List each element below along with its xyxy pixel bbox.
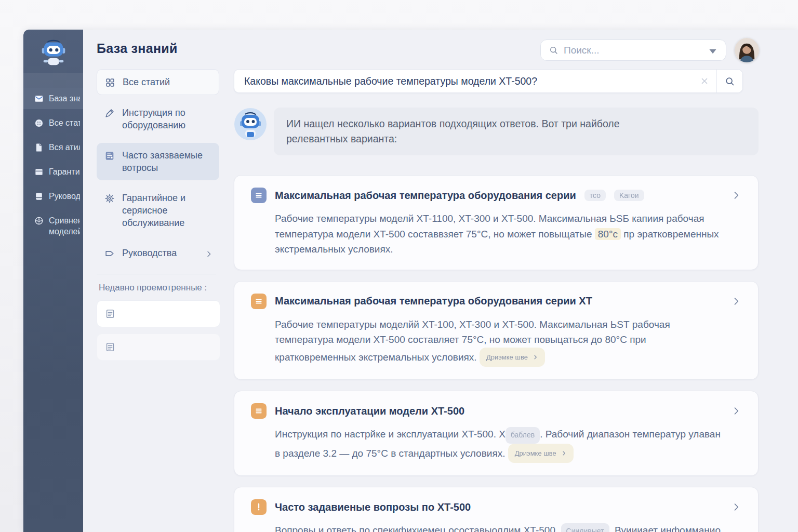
mail-icon bbox=[34, 94, 44, 104]
sidebar-item-label: Вся атиль bbox=[49, 142, 80, 153]
result-card-2[interactable]: Максимальная рабочая температура оборудо… bbox=[234, 281, 759, 380]
result-title: Максимальная рабочая температура оборудо… bbox=[275, 190, 576, 202]
ai-robot-avatar-icon bbox=[234, 108, 267, 141]
result-title: Часто задавиеные вопрозы по XT-500 bbox=[275, 501, 471, 513]
recent-item-0[interactable] bbox=[97, 300, 220, 327]
sidebar-item-3[interactable]: Гарантий bbox=[23, 161, 83, 182]
sidebar-item-label: Руководст bbox=[49, 191, 80, 202]
recent-list bbox=[83, 300, 234, 361]
card-icon bbox=[34, 167, 44, 177]
redacted-pill: баблев bbox=[506, 427, 540, 444]
sidebar-item-label: Сривнени моделей bbox=[49, 215, 80, 237]
ai-message-text: ИИ нащел несколько вариантов подходящих … bbox=[286, 116, 673, 147]
category-item-0[interactable]: Все статий bbox=[97, 69, 219, 95]
category-item-2[interactable]: Часто заязваемые вотросы bbox=[97, 143, 219, 180]
chevron-right-icon bbox=[561, 450, 567, 456]
sidebar-item-label: Гарантий bbox=[49, 166, 80, 177]
chevron-right-icon bbox=[205, 249, 213, 257]
grid-icon bbox=[104, 77, 116, 88]
recent-doc-icon bbox=[104, 341, 116, 353]
category-item-label: Руководства bbox=[122, 247, 177, 259]
clear-icon[interactable] bbox=[700, 76, 709, 86]
category-item-3[interactable]: Гарантийное и серяисное обслуживание bbox=[97, 185, 219, 235]
sidebar-item-label: Все стати bbox=[49, 117, 80, 128]
list-icon bbox=[251, 188, 267, 203]
sidebar-item-4[interactable]: Руководст bbox=[23, 185, 83, 207]
chevron-right-icon[interactable] bbox=[731, 502, 741, 512]
result-badge: Kaгои bbox=[614, 190, 644, 201]
app-window: База знанВсе статиВся атильГарантийРуков… bbox=[23, 30, 798, 532]
sidebar-nav: База знанВсе статиВся атильГарантийРуков… bbox=[23, 88, 83, 242]
sidebar-item-1[interactable]: Все стати bbox=[23, 112, 83, 134]
highlighted-temperature: 80°с bbox=[595, 228, 621, 240]
more-pill-button[interactable]: Дриэмке шве bbox=[508, 444, 574, 463]
divider bbox=[97, 274, 216, 274]
category-item-label: Все статий bbox=[123, 76, 170, 88]
page-title: База знаний bbox=[97, 41, 178, 56]
query-search-button[interactable] bbox=[716, 70, 742, 92]
sidebar-item-0[interactable]: База знан bbox=[23, 88, 83, 109]
recent-doc-icon bbox=[104, 308, 116, 320]
pen-icon bbox=[104, 108, 115, 119]
ai-answer-row: ИИ нащел несколько вариантов подходящих … bbox=[234, 108, 759, 155]
category-item-1[interactable]: Инструкция по оборудованию bbox=[97, 100, 219, 138]
search-icon bbox=[724, 76, 735, 87]
category-nav: Все статийИнструкция по оборудованиюЧаст… bbox=[83, 69, 234, 265]
book-icon bbox=[34, 191, 44, 202]
recent-heading: Недавно проемотренные : bbox=[99, 283, 220, 293]
sidebar-item-2[interactable]: Вся атиль bbox=[23, 137, 83, 158]
result-card-1[interactable]: Максимальная рабочая температура оборудо… bbox=[234, 175, 759, 270]
sidebar-top-band bbox=[23, 73, 83, 88]
file-icon bbox=[34, 142, 44, 153]
result-card-4[interactable]: Часто задавиеные вопрозы по XT-500 Вопро… bbox=[234, 487, 759, 532]
recent-item-1[interactable] bbox=[97, 334, 220, 361]
category-item-label: Гарантийное и серяисное обслуживание bbox=[122, 192, 213, 229]
gear-icon bbox=[104, 193, 115, 204]
list-icon bbox=[251, 403, 267, 419]
chevron-right-icon bbox=[533, 354, 538, 360]
primary-sidebar: База знанВсе статиВся атильГарантийРуков… bbox=[23, 30, 83, 532]
doc-icon bbox=[104, 150, 115, 162]
result-snippet: Рабочие температуры моделйй XT-100, XT-3… bbox=[275, 317, 725, 367]
result-badge: тсо bbox=[584, 190, 606, 201]
more-pill-button[interactable]: Дриэмке шве bbox=[480, 348, 545, 367]
result-snippet: Рабочие температуры моделй XT-1100, XT-3… bbox=[275, 211, 725, 257]
query-search-bar[interactable]: Каковы максимальные рабочие температуры … bbox=[234, 69, 743, 93]
chevron-right-icon[interactable] bbox=[731, 190, 741, 201]
chevron-right-icon[interactable] bbox=[731, 296, 741, 307]
result-card-3[interactable]: Начало эксплуатации модели XT-500 Инстру… bbox=[234, 391, 759, 476]
category-item-4[interactable]: Руководства bbox=[97, 241, 219, 265]
result-snippet: Инструкция по настрйке и эксплуатации XT… bbox=[275, 427, 725, 463]
chevron-right-icon[interactable] bbox=[731, 406, 741, 416]
result-title: Максимальная рабочая температура оборудо… bbox=[275, 295, 592, 307]
main-content: Каковы максимальные рабочие температуры … bbox=[234, 30, 759, 532]
list-icon bbox=[251, 294, 267, 309]
category-item-label: Инструкция по оборудованию bbox=[122, 107, 213, 131]
results-list: Максимальная рабочая температура оборудо… bbox=[234, 175, 759, 532]
result-title: Начало эксплуатации модели XT-500 bbox=[275, 405, 464, 417]
sidebar-item-5[interactable]: Сривнени моделей bbox=[23, 210, 83, 242]
tag-icon bbox=[104, 248, 115, 259]
redacted-pill: Сииливыет bbox=[561, 523, 609, 532]
exclamation-icon bbox=[251, 499, 267, 515]
ai-message-bubble: ИИ нащел несколько вариантов подходящих … bbox=[274, 108, 759, 155]
dots-circle-icon bbox=[34, 118, 44, 128]
result-snippet: Вопровы и ответь по спекифихиемец ососта… bbox=[275, 523, 725, 532]
sidebar-item-label: База знан bbox=[49, 93, 80, 104]
app-logo-robot-icon bbox=[36, 36, 71, 70]
category-item-label: Часто заязваемые вотросы bbox=[122, 149, 213, 174]
compass-icon bbox=[34, 216, 44, 226]
category-panel: Все статийИнструкция по оборудованиюЧаст… bbox=[83, 69, 234, 367]
query-text[interactable]: Каковы максимальные рабочие температуры … bbox=[244, 75, 700, 87]
